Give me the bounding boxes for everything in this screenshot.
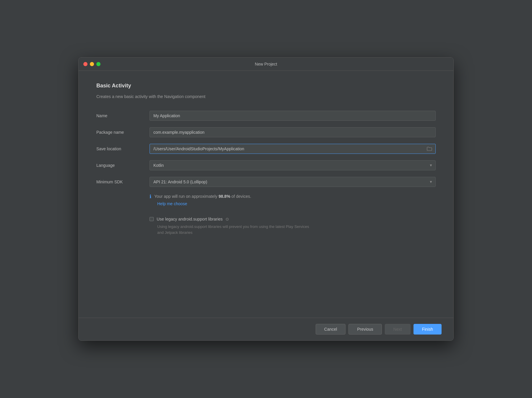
cancel-button[interactable]: Cancel bbox=[316, 324, 346, 335]
footer: Cancel Previous Next Finish bbox=[79, 318, 453, 340]
percentage-text: 98.8% bbox=[218, 194, 230, 199]
form-area: Name Package name Save location bbox=[96, 111, 436, 235]
name-row: Name bbox=[96, 111, 436, 121]
info-row: ℹ Your app will run on approximately 98.… bbox=[150, 193, 436, 200]
next-button[interactable]: Next bbox=[385, 324, 411, 335]
section-description: Creates a new basic activity with the Na… bbox=[96, 94, 436, 99]
minimum-sdk-select-wrapper: API 21: Android 5.0 (Lollipop) API 23: A… bbox=[150, 177, 436, 187]
legacy-checkbox-description: Using legacy android.support libraries w… bbox=[157, 224, 311, 235]
name-input[interactable] bbox=[150, 111, 436, 121]
sdk-info-block: ℹ Your app will run on approximately 98.… bbox=[150, 193, 436, 207]
legacy-checkbox-label: Use legacy android.support libraries bbox=[157, 217, 223, 221]
help-me-choose-link[interactable]: Help me choose bbox=[157, 201, 436, 206]
window-title: New Project bbox=[255, 62, 277, 66]
maximize-button[interactable] bbox=[96, 62, 100, 66]
package-name-label: Package name bbox=[96, 130, 150, 135]
save-location-label: Save location bbox=[96, 146, 150, 151]
traffic-lights bbox=[83, 62, 100, 66]
minimize-button[interactable] bbox=[90, 62, 94, 66]
language-select-wrapper: Kotlin Java ▼ bbox=[150, 160, 436, 170]
package-name-input[interactable] bbox=[150, 127, 436, 137]
package-name-row: Package name bbox=[96, 127, 436, 137]
info-text: Your app will run on approximately 98.8%… bbox=[154, 193, 251, 200]
content-area: Basic Activity Creates a new basic activ… bbox=[79, 71, 453, 318]
name-label: Name bbox=[96, 113, 150, 118]
save-location-input[interactable] bbox=[150, 144, 436, 154]
legacy-help-icon[interactable]: ⊙ bbox=[226, 217, 229, 221]
info-icon: ℹ bbox=[150, 194, 151, 199]
language-label: Language bbox=[96, 163, 150, 168]
save-location-wrapper bbox=[150, 144, 436, 154]
language-select[interactable]: Kotlin Java bbox=[150, 160, 436, 170]
section-title: Basic Activity bbox=[96, 83, 436, 89]
title-bar: New Project bbox=[79, 58, 453, 71]
close-button[interactable] bbox=[83, 62, 87, 66]
browse-folder-button[interactable] bbox=[426, 146, 433, 151]
new-project-dialog: New Project Basic Activity Creates a new… bbox=[78, 57, 454, 341]
minimum-sdk-label: Minimum SDK bbox=[96, 180, 150, 184]
minimum-sdk-select[interactable]: API 21: Android 5.0 (Lollipop) API 23: A… bbox=[150, 177, 436, 187]
legacy-checkbox[interactable] bbox=[150, 217, 154, 221]
save-location-row: Save location bbox=[96, 144, 436, 154]
legacy-checkbox-row: Use legacy android.support libraries ⊙ bbox=[150, 217, 436, 221]
minimum-sdk-row: Minimum SDK API 21: Android 5.0 (Lollipo… bbox=[96, 177, 436, 187]
language-row: Language Kotlin Java ▼ bbox=[96, 160, 436, 170]
finish-button[interactable]: Finish bbox=[413, 324, 442, 335]
previous-button[interactable]: Previous bbox=[348, 324, 382, 335]
